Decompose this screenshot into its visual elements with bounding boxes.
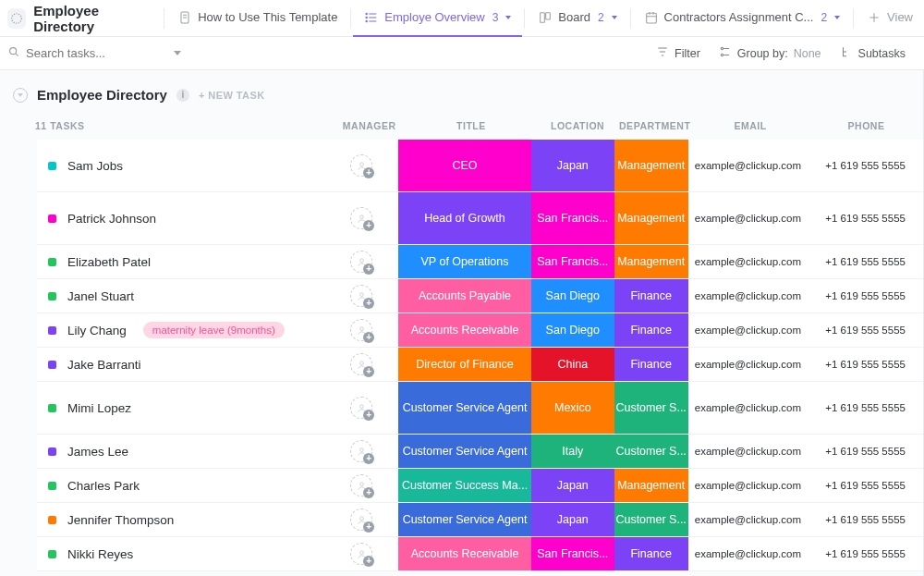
location-pill[interactable]: Japan: [531, 503, 614, 536]
phone-cell[interactable]: +1 619 555 5555: [808, 435, 923, 468]
department-pill[interactable]: Management: [614, 192, 688, 244]
phone-cell[interactable]: +1 619 555 5555: [808, 382, 923, 434]
status-dot[interactable]: [48, 214, 56, 223]
email-cell[interactable]: example@clickup.com: [688, 537, 808, 570]
department-pill[interactable]: Finance: [614, 279, 688, 313]
status-dot[interactable]: [48, 516, 56, 524]
tab-board[interactable]: Board2: [527, 0, 627, 37]
phone-cell[interactable]: +1 619 555 5555: [808, 140, 923, 191]
manager-cell[interactable]: +: [324, 435, 398, 468]
department-pill[interactable]: Finance: [614, 348, 688, 381]
status-dot[interactable]: [48, 326, 56, 335]
table-row[interactable]: Charles Park+Customer Success Ma...Japan…: [37, 469, 923, 503]
location-pill[interactable]: San Diego: [531, 279, 614, 313]
phone-cell[interactable]: +1 619 555 5555: [808, 469, 923, 502]
add-view-button[interactable]: View: [856, 0, 924, 37]
collapse-toggle[interactable]: [13, 88, 28, 103]
title-pill[interactable]: Director of Finance: [398, 348, 531, 381]
status-dot[interactable]: [48, 258, 56, 266]
phone-cell[interactable]: +1 619 555 5555: [808, 537, 923, 570]
email-cell[interactable]: example@clickup.com: [688, 313, 808, 347]
manager-cell[interactable]: +: [324, 469, 398, 502]
email-cell[interactable]: example@clickup.com: [688, 382, 808, 434]
table-row[interactable]: Janel Stuart+Accounts PayableSan DiegoFi…: [37, 279, 923, 313]
table-row[interactable]: James Lee+Customer Service AgentItalyCus…: [37, 435, 923, 469]
table-row[interactable]: Mimi Lopez+Customer Service AgentMexicoC…: [37, 382, 923, 435]
manager-cell[interactable]: +: [324, 382, 398, 434]
assign-avatar-placeholder[interactable]: +: [350, 251, 372, 273]
department-pill[interactable]: Management: [614, 245, 688, 278]
title-pill[interactable]: Customer Service Agent: [398, 382, 531, 434]
location-pill[interactable]: Italy: [531, 435, 614, 468]
search-input[interactable]: [26, 46, 164, 60]
assign-avatar-placeholder[interactable]: +: [350, 440, 372, 462]
department-pill[interactable]: Customer S...: [614, 382, 688, 434]
title-pill[interactable]: Accounts Payable: [398, 279, 531, 313]
column-phone[interactable]: PHONE: [809, 120, 923, 131]
column-dept[interactable]: DEPARTMENT: [618, 120, 691, 131]
department-pill[interactable]: Customer S...: [614, 503, 688, 536]
department-pill[interactable]: Management: [614, 140, 688, 191]
column-manager[interactable]: MANAGER: [333, 120, 406, 131]
location-pill[interactable]: Japan: [531, 469, 614, 502]
phone-cell[interactable]: +1 619 555 5555: [808, 245, 923, 278]
table-row[interactable]: Lily Changmaternity leave (9months)+Acco…: [37, 313, 923, 348]
location-pill[interactable]: San Francis...: [531, 245, 614, 278]
task-name-cell[interactable]: Janel Stuart: [37, 279, 324, 313]
task-name-cell[interactable]: Charles Park: [37, 469, 324, 502]
title-pill[interactable]: Customer Service Agent: [398, 503, 531, 536]
status-dot[interactable]: [48, 447, 56, 456]
phone-cell[interactable]: +1 619 555 5555: [808, 503, 923, 536]
table-row[interactable]: Sam Jobs+CEOJapanManagementexample@click…: [37, 140, 923, 192]
group-by-button[interactable]: Group by: None: [710, 45, 831, 61]
status-dot[interactable]: [48, 162, 56, 170]
status-dot[interactable]: [48, 404, 56, 412]
task-name-cell[interactable]: Mimi Lopez: [37, 382, 324, 434]
assign-avatar-placeholder[interactable]: +: [350, 285, 372, 307]
assign-avatar-placeholder[interactable]: +: [350, 509, 372, 531]
task-name-cell[interactable]: Jake Barranti: [37, 348, 324, 381]
phone-cell[interactable]: +1 619 555 5555: [808, 192, 923, 244]
tab-howto[interactable]: How to Use This Template: [166, 0, 348, 37]
department-pill[interactable]: Finance: [614, 313, 688, 347]
task-name-cell[interactable]: Elizabeth Patel: [37, 245, 324, 278]
chevron-down-icon[interactable]: [174, 51, 181, 55]
assign-avatar-placeholder[interactable]: +: [350, 474, 372, 496]
task-name-cell[interactable]: Sam Jobs: [37, 140, 324, 191]
email-cell[interactable]: example@clickup.com: [688, 140, 808, 191]
subtasks-button[interactable]: Subtasks: [831, 45, 915, 61]
location-pill[interactable]: San Diego: [531, 313, 614, 347]
title-pill[interactable]: CEO: [398, 140, 531, 191]
title-pill[interactable]: Customer Success Ma...: [398, 469, 531, 502]
manager-cell[interactable]: +: [324, 313, 398, 347]
email-cell[interactable]: example@clickup.com: [688, 435, 808, 468]
task-name-cell[interactable]: James Lee: [37, 435, 324, 468]
email-cell[interactable]: example@clickup.com: [688, 348, 808, 381]
chevron-down-icon[interactable]: [612, 16, 617, 19]
title-pill[interactable]: Accounts Receivable: [398, 537, 531, 570]
assign-avatar-placeholder[interactable]: +: [350, 154, 372, 177]
status-dot[interactable]: [48, 292, 56, 300]
phone-cell[interactable]: +1 619 555 5555: [808, 279, 923, 313]
search-box[interactable]: [7, 45, 647, 61]
column-location[interactable]: LOCATION: [537, 120, 619, 131]
chevron-down-icon[interactable]: [834, 16, 840, 19]
assign-avatar-placeholder[interactable]: +: [350, 543, 372, 565]
title-pill[interactable]: Head of Growth: [398, 192, 531, 244]
title-pill[interactable]: Customer Service Agent: [398, 435, 531, 468]
email-cell[interactable]: example@clickup.com: [688, 469, 808, 502]
manager-cell[interactable]: +: [324, 348, 398, 381]
manager-cell[interactable]: +: [324, 537, 398, 570]
status-dot[interactable]: [48, 550, 56, 558]
info-icon[interactable]: i: [176, 89, 189, 102]
location-pill[interactable]: San Francis...: [531, 537, 614, 570]
table-row[interactable]: Jake Barranti+Director of FinanceChinaFi…: [37, 348, 923, 382]
filter-button[interactable]: Filter: [647, 45, 710, 61]
collapse-all-toggle[interactable]: [13, 119, 26, 132]
table-row[interactable]: Elizabeth Patel+VP of OperationsSan Fran…: [37, 245, 923, 279]
tab-contract[interactable]: Contractors Assignment C...2: [633, 0, 852, 37]
column-email[interactable]: EMAIL: [691, 120, 809, 131]
location-pill[interactable]: China: [531, 348, 614, 381]
assign-avatar-placeholder[interactable]: +: [350, 319, 372, 341]
title-pill[interactable]: Accounts Receivable: [398, 313, 531, 347]
